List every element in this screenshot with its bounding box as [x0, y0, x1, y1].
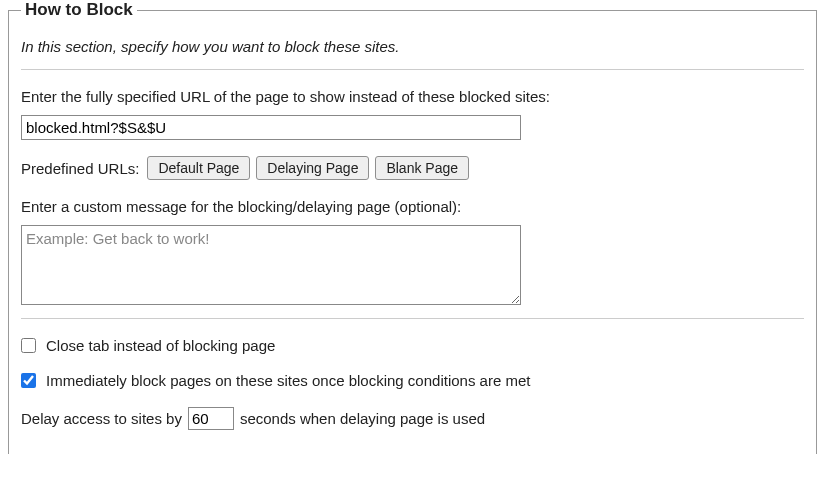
delay-prefix-text: Delay access to sites by: [21, 410, 182, 427]
delay-access-row: Delay access to sites by seconds when de…: [21, 407, 804, 430]
close-tab-label[interactable]: Close tab instead of blocking page: [46, 337, 275, 354]
how-to-block-section: How to Block In this section, specify ho…: [8, 0, 817, 454]
delay-suffix-text: seconds when delaying page is used: [240, 410, 485, 427]
blocking-url-input[interactable]: [21, 115, 521, 140]
divider-bottom: [21, 318, 804, 319]
blank-page-button[interactable]: Blank Page: [375, 156, 469, 180]
close-tab-checkbox[interactable]: [21, 338, 36, 353]
section-intro: In this section, specify how you want to…: [21, 38, 804, 55]
url-field-label: Enter the fully specified URL of the pag…: [21, 88, 804, 105]
divider-top: [21, 69, 804, 70]
immediate-block-checkbox[interactable]: [21, 373, 36, 388]
immediate-block-option-row: Immediately block pages on these sites o…: [21, 372, 804, 389]
immediate-block-label[interactable]: Immediately block pages on these sites o…: [46, 372, 530, 389]
custom-message-label: Enter a custom message for the blocking/…: [21, 198, 804, 215]
close-tab-option-row: Close tab instead of blocking page: [21, 337, 804, 354]
delaying-page-button[interactable]: Delaying Page: [256, 156, 369, 180]
custom-message-textarea[interactable]: [21, 225, 521, 305]
delay-seconds-input[interactable]: [188, 407, 234, 430]
predefined-urls-label: Predefined URLs:: [21, 160, 139, 177]
section-legend: How to Block: [21, 0, 137, 20]
predefined-urls-row: Predefined URLs: Default Page Delaying P…: [21, 156, 804, 180]
default-page-button[interactable]: Default Page: [147, 156, 250, 180]
